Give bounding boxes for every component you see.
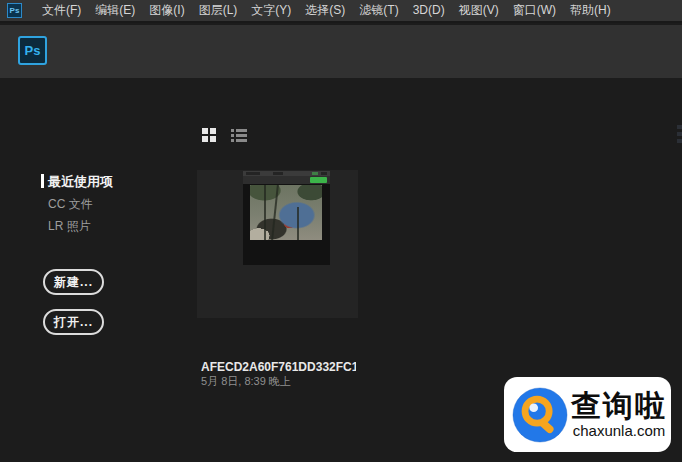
sidebar-item-recent[interactable]: 最近使用项 bbox=[48, 173, 113, 191]
sidebar-item-lr-photos[interactable]: LR 照片 bbox=[48, 218, 91, 235]
watermark-badge: 查询啦 chaxunla.com bbox=[504, 377, 671, 452]
watermark-title: 查询啦 bbox=[571, 390, 667, 422]
file-date: 5月 8日, 8:39 晚上 bbox=[201, 374, 291, 389]
open-file-button[interactable]: 打开... bbox=[43, 309, 104, 335]
watermark-url: chaxunla.com bbox=[573, 422, 666, 439]
menu-bar: Ps 文件(F) 编辑(E) 图像(I) 图层(L) 文字(Y) 选择(S) 滤… bbox=[0, 0, 682, 23]
menu-item-3d[interactable]: 3D(D) bbox=[406, 0, 452, 21]
menu-item-help[interactable]: 帮助(H) bbox=[563, 0, 618, 21]
photoshop-window: Ps 文件(F) 编辑(E) 图像(I) 图层(L) 文字(Y) 选择(S) 滤… bbox=[0, 0, 682, 462]
thumbnail-green-button bbox=[310, 177, 327, 183]
grid-view-icon[interactable] bbox=[202, 128, 216, 142]
recent-file-card[interactable]: AFECD2A60F761DD332FC1... 5月 8日, 8:39 晚上 bbox=[197, 170, 358, 318]
photoshop-logo: Ps bbox=[18, 36, 47, 65]
thumbnail-photo bbox=[250, 185, 322, 240]
new-file-button[interactable]: 新建... bbox=[43, 269, 104, 295]
menu-item-view[interactable]: 视图(V) bbox=[452, 0, 506, 21]
edge-panel-ticks bbox=[677, 125, 682, 153]
photoshop-app-icon: Ps bbox=[7, 3, 22, 18]
watermark-text: 查询啦 chaxunla.com bbox=[571, 390, 667, 439]
list-view-icon[interactable] bbox=[231, 129, 247, 142]
menu-item-layer[interactable]: 图层(L) bbox=[192, 0, 245, 21]
thumbnail-toolbar bbox=[243, 176, 330, 184]
menu-item-type[interactable]: 文字(Y) bbox=[244, 0, 298, 21]
menu-item-edit[interactable]: 编辑(E) bbox=[88, 0, 142, 21]
file-thumbnail bbox=[243, 171, 330, 265]
menu-item-window[interactable]: 窗口(W) bbox=[506, 0, 563, 21]
sidebar-item-cc-files[interactable]: CC 文件 bbox=[48, 196, 93, 213]
options-bar: Ps bbox=[0, 25, 682, 78]
view-toggle bbox=[202, 128, 247, 142]
menu-item-filter[interactable]: 滤镜(T) bbox=[352, 0, 405, 21]
magnifier-icon bbox=[511, 386, 569, 444]
file-name: AFECD2A60F761DD332FC1... bbox=[201, 360, 356, 374]
active-item-marker bbox=[41, 174, 44, 188]
menu-item-select[interactable]: 选择(S) bbox=[298, 0, 352, 21]
menu-item-file[interactable]: 文件(F) bbox=[35, 0, 88, 21]
start-workspace: 最近使用项 CC 文件 LR 照片 新建... 打开... AF bbox=[0, 78, 682, 462]
menu-item-image[interactable]: 图像(I) bbox=[142, 0, 191, 21]
